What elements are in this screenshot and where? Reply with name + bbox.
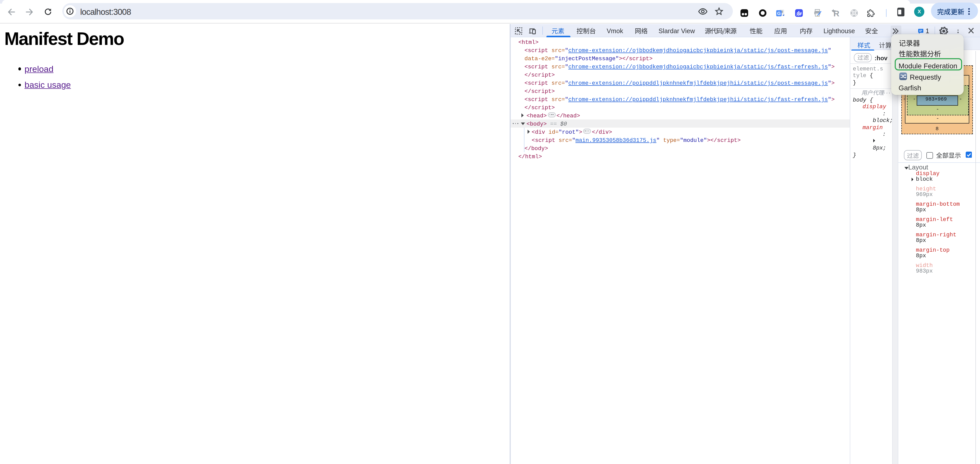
- svg-text:R: R: [834, 9, 839, 17]
- svg-text:G: G: [777, 11, 781, 16]
